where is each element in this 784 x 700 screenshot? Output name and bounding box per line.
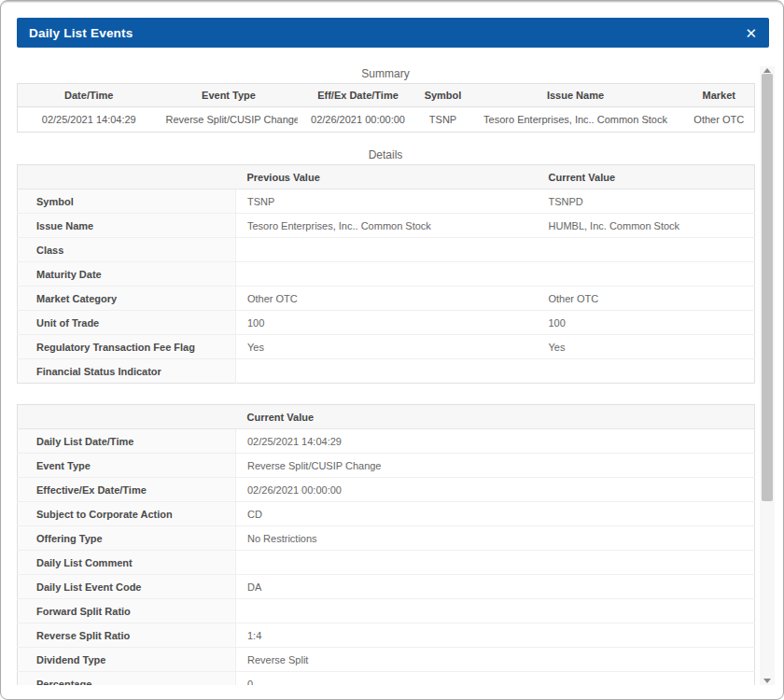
current-value: Other OTC [538,287,755,311]
current-row: Forward Split Ratio [18,599,755,623]
summary-header-row: Date/TimeEvent TypeEff/Ex Date/TimeSymbo… [18,84,755,107]
previous-value: TSNP [236,189,538,214]
previous-value [236,359,538,384]
comparison-row: SymbolTSNPTSNPD [18,189,755,214]
comparison-header-row: Previous Value Current Value [18,165,755,189]
close-icon[interactable]: ✕ [745,26,757,40]
modal-body[interactable]: Summary Date/TimeEvent TypeEff/Ex Date/T… [17,66,756,685]
field-label: Daily List Date/Time [18,429,236,454]
current-value: Reverse Split/CUSIP Change [236,454,755,478]
summary-column-header: Market [684,84,755,107]
up-triangle-icon [763,68,771,73]
details-comparison-table: Previous Value Current Value SymbolTSNPT… [17,164,755,384]
current-value: 1:4 [236,623,755,648]
current-value: 100 [538,311,755,335]
current-value [538,262,755,287]
field-label: Percentage [18,672,236,686]
field-label: Effective/Ex Date/Time [18,478,236,502]
summary-cell: Reverse Split/CUSIP Change [161,107,298,133]
current-value: TSNPD [538,189,755,214]
summary-column-header: Issue Name [468,84,684,107]
current-row: Daily List Comment [18,551,755,575]
summary-column-header: Symbol [419,84,468,107]
field-label: Subject to Corporate Action [18,502,236,526]
field-label: Maturity Date [18,262,236,287]
comparison-row: Financial Status Indicator [18,359,755,384]
current-value: 02/26/2021 00:00:00 [236,478,755,502]
current-row: Percentage0 [18,672,755,686]
current-value-header: Current Value [236,405,755,429]
comparison-row: Issue NameTesoro Enterprises, Inc.. Comm… [18,214,755,238]
current-value: Yes [538,335,755,359]
summary-column-header: Eff/Ex Date/Time [298,84,419,107]
comparison-row: Regulatory Transaction Fee FlagYesYes [18,335,755,359]
field-label: Regulatory Transaction Fee Flag [18,335,236,359]
modal-title: Daily List Events [29,26,133,40]
summary-row: 02/25/2021 14:04:29Reverse Split/CUSIP C… [18,107,755,133]
current-row: Effective/Ex Date/Time02/26/2021 00:00:0… [18,478,755,502]
summary-cell: TSNP [419,107,468,133]
summary-table: Date/TimeEvent TypeEff/Ex Date/TimeSymbo… [17,83,755,133]
summary-column-header: Event Type [161,84,298,107]
current-value [538,238,755,262]
field-label: Market Category [18,287,236,311]
current-row: Offering TypeNo Restrictions [18,526,755,551]
current-value: CD [236,502,755,526]
field-label: Class [18,238,236,262]
current-value [538,359,755,384]
scrollbar-up-arrow[interactable] [760,66,775,74]
current-value: 02/25/2021 14:04:29 [236,429,755,454]
current-header-row: Current Value [18,405,755,429]
current-value-header: Current Value [538,165,755,189]
summary-cell: 02/26/2021 00:00:00 [298,107,419,133]
field-label: Reverse Split Ratio [18,623,236,648]
comparison-row: Class [18,238,755,262]
current-value [236,551,755,575]
current-row: Daily List Event CodeDA [18,575,755,599]
scrollbar-thumb[interactable] [762,74,773,501]
current-row: Event TypeReverse Split/CUSIP Change [18,454,755,478]
blank-header-cell [18,165,236,189]
summary-cell: Other OTC [684,107,755,133]
field-label: Daily List Comment [18,551,236,575]
field-label: Issue Name [18,214,236,238]
summary-column-header: Date/Time [18,84,161,107]
modal-header: Daily List Events ✕ [17,18,769,48]
current-value: DA [236,575,755,599]
scrollbar-down-arrow[interactable] [760,677,775,684]
current-value: 0 [236,672,755,686]
summary-section-title: Summary [17,68,754,80]
current-row: Dividend TypeReverse Split [18,648,755,672]
previous-value [236,238,538,262]
field-label: Forward Split Ratio [18,599,236,623]
current-value [236,599,755,623]
scrollbar[interactable] [760,66,775,685]
down-triangle-icon [763,679,771,683]
current-value: HUMBL, Inc. Common Stock [538,214,755,238]
current-row: Daily List Date/Time02/25/2021 14:04:29 [18,429,755,454]
previous-value: Other OTC [236,287,538,311]
field-label: Financial Status Indicator [18,359,236,384]
field-label: Daily List Event Code [18,575,236,599]
current-row: Subject to Corporate ActionCD [18,502,755,526]
blank-header-cell [18,405,236,429]
details-section-title: Details [17,149,754,161]
comparison-row: Maturity Date [18,262,755,287]
field-label: Symbol [18,189,236,214]
current-row: Reverse Split Ratio1:4 [18,623,755,648]
current-value: Reverse Split [236,648,755,672]
summary-cell: Tesoro Enterprises, Inc.. Common Stock [468,107,684,133]
field-label: Offering Type [18,526,236,551]
field-label: Unit of Trade [18,311,236,335]
field-label: Event Type [18,454,236,478]
comparison-row: Unit of Trade100100 [18,311,755,335]
comparison-row: Market CategoryOther OTCOther OTC [18,287,755,311]
field-label: Dividend Type [18,648,236,672]
summary-cell: 02/25/2021 14:04:29 [18,107,161,133]
previous-value: Yes [236,335,538,359]
daily-list-events-modal: Daily List Events ✕ Summary Date/TimeEve… [0,0,784,700]
previous-value: Tesoro Enterprises, Inc.. Common Stock [236,214,538,238]
previous-value: 100 [236,311,538,335]
previous-value-header: Previous Value [236,165,538,189]
details-current-table: Current Value Daily List Date/Time02/25/… [17,404,755,685]
